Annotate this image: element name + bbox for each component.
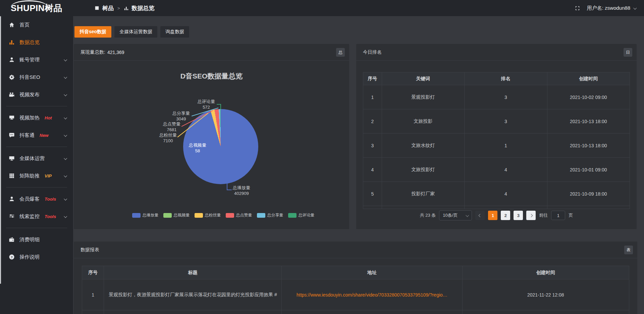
column-header: 标题 [104, 266, 282, 279]
sidebar-item-doketong[interactable]: 抖客通 New [0, 126, 73, 144]
legend-label: 总点赞量 [236, 212, 252, 218]
sidebar-item-label: 线索监控 [19, 213, 40, 220]
pie-label-videos: 总视频量 58 [177, 142, 218, 154]
pagination-total: 共 23 条 [420, 212, 436, 218]
sidebar-item-data-overview[interactable]: 数据总览 [0, 34, 73, 51]
legend-item-fans[interactable]: 总粉丝量 [195, 212, 221, 218]
data-report-panel: 数据报表 表 序号 标题 地址 创建时间 1 景观投影灯，夜游景观投影灯厂 [74, 242, 637, 314]
legend-item-videos[interactable]: 总视频量 [163, 212, 190, 218]
sidebar-item-matrix-boost[interactable]: 矩阵助推 VIP [0, 167, 73, 185]
breadcrumb-root[interactable]: 树品 [102, 4, 114, 12]
report-link[interactable]: https://www.iesdouyin.com/share/video/70… [297, 292, 447, 298]
fullscreen-icon[interactable] [575, 5, 580, 11]
prev-page-button[interactable] [475, 211, 485, 220]
day-badge-button[interactable]: 日 [624, 48, 632, 57]
grid-icon [9, 173, 15, 179]
cell-time: 2021-10-13 18:00 [547, 134, 630, 158]
sidebar-item-label: 操作说明 [19, 254, 40, 260]
sidebar-item-member-blast[interactable]: 会员爆客 Tools [0, 190, 73, 208]
page-button-1[interactable]: 1 [488, 211, 497, 220]
sidebar-item-douyin-seo[interactable]: 抖音SEO [0, 68, 73, 86]
pie-label-shares: 总分享量 3049 [161, 110, 201, 122]
sidebar-divider [6, 106, 67, 106]
data-tabs: 抖音seo数据 全媒体运营数据 询盘数据 [74, 26, 189, 38]
video-camera-icon [9, 92, 15, 98]
sidebar-item-label: 数据总览 [19, 39, 40, 46]
goto-page-input[interactable] [551, 211, 565, 220]
legend-swatch [288, 213, 297, 218]
page-size-select[interactable]: 10条/页 [439, 210, 472, 220]
sidebar-item-lead-monitor[interactable]: 线索监控 Tools [0, 208, 73, 225]
leader-line [227, 183, 227, 190]
app-logo[interactable]: SHUPIN树品 [0, 0, 73, 16]
page-button-3[interactable]: 3 [514, 211, 523, 220]
column-header: 创建时间 [547, 72, 630, 85]
sidebar-scrollbar[interactable] [0, 16, 1, 284]
tools-badge: Tools [45, 214, 56, 219]
sidebar-item-account[interactable]: 账号管理 [0, 51, 73, 68]
sliders-icon [9, 213, 15, 219]
sidebar-item-video-publish[interactable]: 视频发布 [0, 86, 73, 103]
report-panel-header: 数据报表 [74, 242, 637, 258]
sidebar-item-home[interactable]: 首页 [0, 16, 73, 34]
page-button-2[interactable]: 2 [501, 211, 510, 220]
legend-item-plays[interactable]: 总播放量 [132, 212, 159, 218]
sidebar-item-label: 视频加热 [19, 115, 40, 121]
cell-time: 2021-10-02 09:00 [547, 85, 630, 109]
page-size-value: 10条/页 [443, 212, 458, 218]
new-badge: New [40, 133, 49, 138]
cell-time: 2021-11-22 12:08 [462, 279, 629, 310]
legend-item-likes[interactable]: 总点赞量 [226, 212, 252, 218]
column-header: 关键词 [382, 72, 464, 85]
legend-label: 总视频量 [174, 212, 190, 218]
sidebar-item-label: 全媒体运营 [19, 155, 45, 162]
wallet-icon [9, 237, 15, 243]
chevron-down-icon [64, 174, 67, 177]
legend-swatch [226, 213, 234, 218]
pie-label-value: 58 [177, 148, 218, 154]
chevron-down-icon [64, 197, 67, 200]
next-page-button[interactable] [526, 211, 536, 220]
tab-douyin-seo-data[interactable]: 抖音seo数据 [74, 26, 111, 38]
top-bar: SHUPIN树品 树品 > 数据总览 用户名: zswodun88 [0, 0, 644, 16]
user-menu[interactable]: 用户名: zswodun88 [587, 5, 636, 11]
sidebar-item-omnimedia[interactable]: 全媒体运营 [0, 150, 73, 167]
tab-omnimedia-data[interactable]: 全媒体运营数据 [114, 26, 157, 38]
legend-swatch [163, 213, 172, 218]
seo-chart-panel: 展现量总数: 421,369 总 D音SEO数据量总览 总评论量 572 总分享… [74, 44, 349, 229]
impressions-total-label: 展现量总数: [80, 49, 105, 55]
legend-swatch [195, 213, 203, 218]
ranking-table-container: 序号 关键词 排名 创建时间 1 景观投影灯 3 2021-10-02 09:0… [363, 72, 630, 209]
legend-swatch [132, 213, 141, 218]
sidebar-item-consumption[interactable]: 消费明细 [0, 231, 73, 248]
total-badge-button[interactable]: 总 [336, 48, 345, 57]
cell-rank: 3 [465, 109, 547, 134]
sidebar-item-video-heating[interactable]: 视频加热 Hot [0, 109, 73, 126]
column-header: 序号 [363, 72, 382, 85]
bar-chart-icon [124, 6, 129, 11]
tab-inquiry-data[interactable]: 询盘数据 [160, 26, 189, 38]
sidebar-item-label: 抖客通 [19, 132, 35, 139]
sidebar-item-instructions[interactable]: ? 操作说明 [0, 248, 73, 266]
table-row: 5 投影灯厂家 4 2021-10-09 18:00 [363, 182, 630, 206]
chevron-down-icon [633, 6, 637, 9]
cell-index: 1 [363, 85, 382, 109]
cell-keyword: 投影灯厂家 [382, 182, 464, 206]
column-header: 排名 [465, 72, 547, 85]
app-square-icon [95, 6, 99, 10]
username-label: 用户名: zswodun88 [587, 5, 630, 11]
legend-item-shares[interactable]: 总分享量 [257, 212, 283, 218]
legend-item-comments[interactable]: 总评论量 [288, 212, 315, 218]
screen-heat-icon [9, 115, 15, 121]
chevron-down-icon [466, 213, 469, 217]
ranking-panel-header: 今日排名 [356, 44, 637, 61]
table-badge-button[interactable]: 表 [624, 246, 633, 254]
table-row-clipped [82, 310, 629, 314]
cell-keyword: 文旅投影 [382, 109, 464, 134]
legend-label: 总粉丝量 [205, 212, 221, 218]
gear-icon [9, 74, 15, 80]
leader-line [220, 104, 221, 110]
cell-title: 景观投影灯，夜游景观投影灯厂家展示展示落花灯在花园里的灯光投影应用效果 # [104, 279, 282, 310]
table-row: 3 文旅水纹灯 1 2021-10-13 18:00 [363, 134, 630, 158]
hot-badge: Hot [45, 115, 52, 120]
